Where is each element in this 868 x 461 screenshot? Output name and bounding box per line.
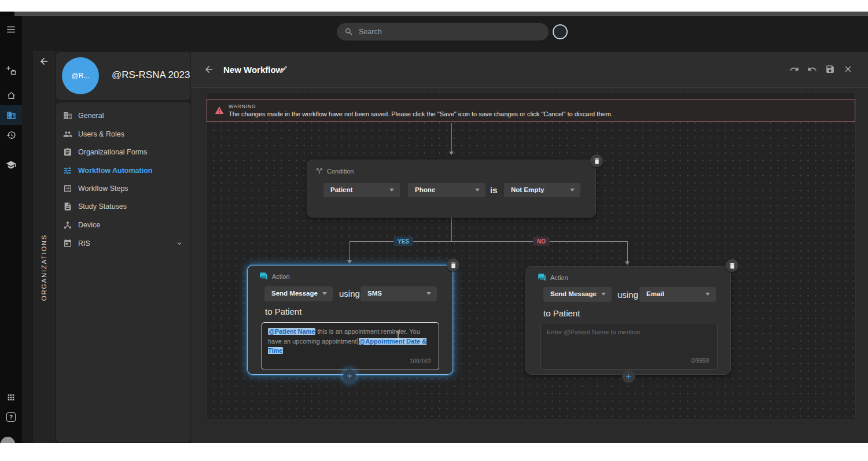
connector-no-line [627, 241, 628, 261]
search-icon [344, 27, 354, 36]
apps-grid-icon[interactable] [0, 392, 22, 403]
list-box-icon [63, 184, 72, 193]
organization-name: @RS-RSNA 2023 [112, 69, 190, 81]
sidebar-item-general[interactable]: General [56, 108, 190, 124]
organizations-vertical-label: ORGANIZATIONS [33, 222, 55, 314]
organizations-label-text: ORGANIZATIONS [41, 234, 47, 301]
domain-icon [63, 111, 72, 120]
action-label: Action [272, 273, 290, 280]
connector-condition-out [451, 217, 452, 241]
delete-action-sms-icon[interactable] [447, 259, 459, 271]
collapse-back-icon[interactable] [38, 56, 50, 67]
sidebar-item-users-roles[interactable]: Users & Roles [56, 126, 190, 142]
screen: ? ORGANIZATIONS @R... @RS-RSNA 2023 Gene… [0, 0, 868, 461]
condition-value: Not Empty [511, 186, 545, 193]
branch-yes-badge: YES [393, 237, 413, 246]
chat-icon [259, 272, 267, 280]
undo-icon[interactable] [807, 64, 817, 74]
app-window: ? ORGANIZATIONS @R... @RS-RSNA 2023 Gene… [0, 16, 868, 443]
message-placeholder: Enter @Patient Name to mention [547, 329, 641, 335]
help-glyph: ? [6, 412, 16, 422]
workflow-header: New Workflow [191, 52, 868, 88]
sidebar-item-ris[interactable]: RIS [56, 235, 190, 252]
connector-branch-line [350, 241, 628, 242]
workflow-toolbar [789, 64, 853, 74]
channel-dropdown[interactable]: Email [639, 287, 716, 302]
history-icon[interactable] [0, 129, 22, 141]
organizations-icon[interactable] [0, 109, 22, 121]
add-step-button-email[interactable] [622, 370, 635, 383]
warning-texts: WARNING The changes made in the workflow… [229, 104, 613, 117]
warning-message: The changes made in the workflow have no… [229, 110, 613, 117]
sidebar-item-label: General [78, 112, 104, 120]
sidebar-item-workflow-steps[interactable]: Workflow Steps [56, 180, 190, 197]
condition-attribute-dropdown[interactable]: Phone [408, 183, 486, 197]
chevron-down-icon [570, 189, 575, 191]
search-bar[interactable] [337, 23, 549, 40]
sidebar-item-label: Study Statuses [78, 202, 127, 211]
window-band-corner [0, 12, 14, 16]
sidebar-item-workflow-automation[interactable]: Workflow Automation [56, 163, 190, 179]
redo-icon[interactable] [789, 64, 799, 74]
connector-no-arrow [625, 261, 630, 265]
chevron-down-icon [322, 292, 327, 295]
action-type-dropdown[interactable]: Send Message [543, 287, 612, 302]
action-type-dropdown[interactable]: Send Message [264, 286, 333, 301]
mention-chip: @Patient Name [268, 328, 315, 335]
delete-condition-icon[interactable] [590, 154, 603, 167]
warning-label: WARNING [229, 104, 613, 109]
search-input[interactable] [359, 28, 521, 36]
education-icon[interactable] [0, 159, 22, 171]
add-organization-icon[interactable] [0, 65, 22, 76]
edit-pencil-icon[interactable] [279, 65, 288, 74]
using-word: using [339, 289, 360, 298]
chat-icon [538, 273, 546, 281]
condition-operator-word: is [490, 185, 498, 195]
action-type-value: Send Message [271, 290, 318, 297]
sidebar-item-label: Organizational Forms [78, 148, 148, 156]
delete-action-email-icon[interactable] [726, 259, 738, 272]
menu-icon[interactable] [0, 24, 22, 35]
sidebar-item-label: Users & Roles [78, 130, 124, 138]
sidebar-item-label: Workflow Automation [78, 167, 152, 175]
connector-top-arrow [449, 152, 454, 155]
close-icon[interactable] [843, 64, 853, 74]
add-step-button-sms[interactable] [343, 370, 356, 382]
warning-banner: WARNING The changes made in the workflow… [207, 99, 855, 122]
calendar-icon [63, 239, 72, 248]
action-type-value: Send Message [550, 290, 597, 297]
chevron-down-icon [389, 189, 394, 191]
message-textarea[interactable]: Enter @Patient Name to mention 0/9999 [540, 323, 718, 370]
channel-dropdown[interactable]: SMS [361, 286, 437, 301]
save-icon[interactable] [825, 64, 835, 74]
condition-node[interactable]: Condition Patient Phone is Not Empty [307, 160, 596, 217]
home-icon[interactable] [0, 90, 22, 101]
organization-card[interactable]: @R... @RS-RSNA 2023 [56, 52, 190, 100]
warning-triangle-icon [215, 106, 224, 115]
chevron-down-icon[interactable] [175, 239, 183, 248]
clipboard-icon [63, 147, 72, 157]
action-node-email[interactable]: Action Send Message using Email to Patie… [525, 266, 731, 375]
sidebar-item-study-statuses[interactable]: Study Statuses [56, 198, 190, 215]
user-avatar[interactable] [553, 24, 568, 39]
back-icon[interactable] [204, 64, 214, 75]
message-textarea[interactable]: @Patient Name this is an appointment rem… [262, 322, 439, 370]
groups-icon [63, 130, 72, 139]
chevron-down-icon [705, 293, 710, 296]
channel-value: SMS [367, 290, 382, 297]
sidebar-item-device[interactable]: Device [56, 217, 190, 233]
sidebar-item-organizational-forms[interactable]: Organizational Forms [56, 144, 190, 160]
icon-rail: ? [0, 16, 22, 443]
condition-field-dropdown[interactable]: Patient [323, 183, 400, 197]
action-label: Action [550, 274, 568, 281]
menu-divider [56, 179, 190, 179]
action-node-sms[interactable]: Action Send Message using SMS to Patient… [247, 265, 453, 375]
channel-value: Email [646, 290, 664, 297]
text-caret [358, 338, 358, 345]
condition-value-dropdown[interactable]: Not Empty [504, 183, 580, 197]
workflow-title: New Workflow [223, 65, 282, 75]
help-icon[interactable]: ? [0, 411, 22, 423]
sidebar-item-label: RIS [78, 239, 90, 248]
call-split-icon [315, 167, 323, 175]
connector-yes-line [350, 241, 350, 260]
